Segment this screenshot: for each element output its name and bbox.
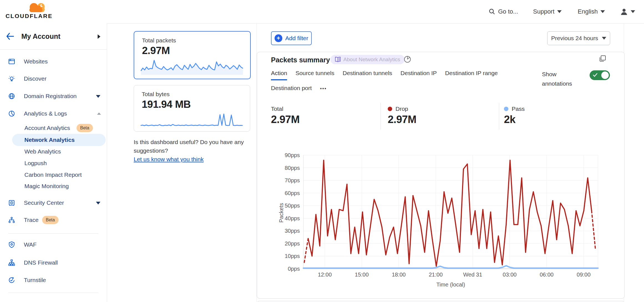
globe-icon bbox=[8, 93, 15, 99]
sidebar-item-carbon-impact-report[interactable]: Carbon Impact Report bbox=[0, 169, 107, 181]
chevron-down-icon bbox=[96, 95, 100, 98]
sidebar-item-waf[interactable]: WAF bbox=[0, 237, 107, 252]
svg-text:03:00: 03:00 bbox=[503, 272, 517, 278]
stat-total-label: Total bbox=[271, 106, 283, 112]
tab-destination-ip-range[interactable]: Destination IP range bbox=[445, 70, 498, 80]
svg-text:Wed 31: Wed 31 bbox=[463, 272, 482, 278]
goto-label: Go to... bbox=[498, 8, 518, 15]
top-bar: CLOUDFLARE Go to... Support English bbox=[0, 0, 644, 24]
stat-drop-value: 2.97M bbox=[388, 114, 416, 126]
svg-text:90pps: 90pps bbox=[285, 152, 300, 158]
svg-text:60pps: 60pps bbox=[285, 190, 300, 196]
stat-drop-label: Drop bbox=[395, 106, 408, 112]
sidebar-item-magic-monitoring[interactable]: Magic Monitoring bbox=[0, 180, 107, 192]
sidebar-divider bbox=[8, 293, 98, 293]
chevron-right-icon[interactable] bbox=[98, 34, 100, 39]
sidebar-item-web-analytics[interactable]: Web Analytics bbox=[0, 145, 107, 158]
logo-wordmark: CLOUDFLARE bbox=[6, 13, 53, 19]
tab-destination-port[interactable]: Destination port bbox=[271, 85, 312, 95]
feedback-text: Is this dashboard useful? Do you have an… bbox=[134, 138, 255, 146]
dimension-tabs: Action Source tunnels Destination tunnel… bbox=[271, 70, 507, 95]
lightbulb-icon bbox=[8, 75, 15, 82]
svg-text:09:00: 09:00 bbox=[577, 272, 590, 278]
svg-text:12:00: 12:00 bbox=[318, 272, 332, 278]
sidebar-item-network-analytics-active[interactable]: Network Analytics bbox=[12, 134, 106, 146]
svg-text:Packets: Packets bbox=[278, 203, 284, 222]
next-panel-top bbox=[257, 301, 625, 302]
sidebar-item-domain-registration[interactable]: Domain Registration bbox=[0, 89, 107, 103]
sidebar-item-logpush[interactable]: Logpush bbox=[0, 157, 107, 169]
pie-chart-small-icon[interactable] bbox=[404, 55, 411, 63]
feedback-block: Is this dashboard useful? Do you have an… bbox=[134, 138, 255, 163]
user-menu[interactable] bbox=[620, 0, 635, 23]
svg-text:06:00: 06:00 bbox=[540, 272, 554, 278]
card-value: 191.94 MB bbox=[142, 99, 191, 110]
packets-summary-panel: Packets summary About Network Analytics … bbox=[257, 52, 625, 299]
card-title: Total bytes bbox=[142, 91, 169, 98]
account-name[interactable]: My Account bbox=[21, 32, 60, 40]
about-network-analytics-badge[interactable]: About Network Analytics bbox=[330, 55, 405, 64]
svg-text:18:00: 18:00 bbox=[392, 272, 406, 278]
svg-text:10pps: 10pps bbox=[285, 253, 300, 259]
refresh-check-icon bbox=[8, 277, 15, 283]
svg-text:21:00: 21:00 bbox=[429, 272, 443, 278]
check-icon bbox=[593, 73, 597, 77]
tab-destination-ip[interactable]: Destination IP bbox=[400, 70, 437, 80]
stat-pass-label: Pass bbox=[512, 106, 525, 112]
sidebar-item-account-analytics[interactable]: Account Analytics Beta bbox=[0, 122, 107, 134]
goto-search[interactable]: Go to... bbox=[489, 0, 518, 23]
show-annotations-toggle[interactable] bbox=[590, 70, 610, 80]
stat-divider bbox=[381, 103, 381, 130]
packets-time-series-chart[interactable]: 0pps10pps20pps30pps40pps50pps60pps70pps8… bbox=[278, 151, 622, 293]
dns-tree-icon bbox=[8, 259, 15, 266]
chevron-down-icon bbox=[631, 10, 635, 13]
sidebar-item-security-center[interactable]: Security Center bbox=[0, 196, 107, 210]
toggle-knob bbox=[601, 71, 609, 79]
total-bytes-card[interactable]: Total bytes 191.94 MB bbox=[134, 85, 250, 132]
account-header: My Account bbox=[0, 23, 107, 50]
sidebar-item-dns-firewall[interactable]: DNS Firewall bbox=[0, 255, 107, 270]
card-value: 2.97M bbox=[142, 45, 170, 57]
svg-text:30pps: 30pps bbox=[285, 228, 300, 234]
svg-text:80pps: 80pps bbox=[285, 165, 300, 171]
sidebar-item-turnstile[interactable]: Turnstile bbox=[0, 273, 107, 287]
back-arrow-icon[interactable] bbox=[6, 33, 14, 40]
sidebar-item-websites[interactable]: Websites bbox=[0, 54, 107, 69]
chevron-up-icon bbox=[97, 112, 101, 115]
user-avatar-icon bbox=[620, 8, 628, 16]
support-menu[interactable]: Support bbox=[533, 0, 562, 23]
safe-icon bbox=[8, 199, 15, 206]
sidebar-item-analytics-logs[interactable]: Analytics & Logs bbox=[0, 106, 107, 121]
sidebar-item-partial[interactable] bbox=[0, 297, 107, 302]
feedback-text: suggestions? bbox=[134, 146, 255, 155]
total-packets-card[interactable]: Total packets 2.97M bbox=[134, 31, 251, 79]
support-label: Support bbox=[533, 8, 554, 15]
sidebar-item-trace[interactable]: Trace Beta bbox=[0, 213, 107, 227]
bytes-sparkline-chart bbox=[140, 112, 243, 128]
more-tabs-button[interactable]: ••• bbox=[320, 85, 327, 95]
tab-source-tunnels[interactable]: Source tunnels bbox=[295, 70, 334, 80]
search-icon bbox=[489, 8, 495, 15]
tab-destination-tunnels[interactable]: Destination tunnels bbox=[343, 70, 392, 80]
shield-gear-icon bbox=[8, 241, 15, 248]
pass-series-dot bbox=[504, 107, 508, 111]
cloudflare-dashboard: CLOUDFLARE Go to... Support English bbox=[0, 0, 644, 302]
beta-badge: Beta bbox=[77, 124, 93, 132]
sitemap-icon bbox=[8, 217, 15, 223]
browser-icon bbox=[8, 58, 15, 65]
chevron-down-icon bbox=[600, 10, 605, 13]
packets-sparkline-chart bbox=[140, 58, 244, 75]
stat-divider bbox=[499, 103, 499, 130]
drop-series-dot bbox=[388, 107, 392, 111]
expand-panel-icon[interactable] bbox=[599, 55, 607, 63]
sidebar-divider bbox=[8, 233, 98, 234]
add-filter-button[interactable]: + Add filter bbox=[271, 31, 312, 45]
tab-action[interactable]: Action bbox=[271, 70, 287, 80]
feedback-link[interactable]: Let us know what you think bbox=[134, 156, 204, 162]
time-range-dropdown[interactable]: Previous 24 hours bbox=[547, 31, 610, 45]
card-title: Total packets bbox=[142, 37, 176, 44]
language-menu[interactable]: English bbox=[578, 0, 605, 23]
language-label: English bbox=[578, 8, 598, 15]
sidebar-item-discover[interactable]: Discover bbox=[0, 71, 107, 86]
stat-total-value: 2.97M bbox=[271, 114, 300, 126]
